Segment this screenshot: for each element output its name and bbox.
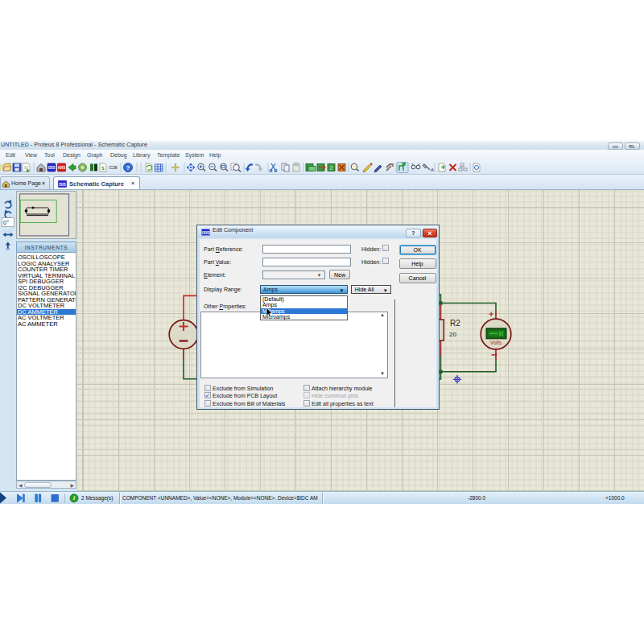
svg-text:A: A — [431, 167, 434, 172]
svg-text:Volts: Volts — [490, 340, 502, 345]
svg-text:2: 2 — [330, 165, 333, 171]
svg-text:ISIS: ISIS — [59, 183, 66, 187]
svg-text:ARS: ARS — [58, 166, 66, 170]
svg-text:ISIS: ISIS — [48, 166, 56, 170]
svg-text:?: ? — [126, 164, 130, 171]
svg-text:20: 20 — [449, 331, 456, 338]
svg-text:R2: R2 — [450, 319, 460, 328]
svg-text:0°: 0° — [3, 219, 9, 226]
